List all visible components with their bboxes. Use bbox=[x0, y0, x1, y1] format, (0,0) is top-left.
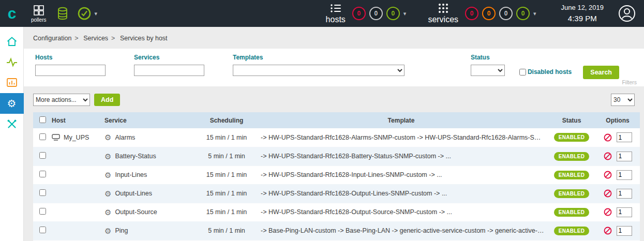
duplicate-count-input[interactable] bbox=[617, 170, 632, 180]
disabled-hosts-checkbox[interactable] bbox=[519, 69, 526, 76]
breadcrumb-item[interactable]: Services bbox=[83, 35, 108, 42]
hosts-filter-input[interactable] bbox=[35, 65, 106, 76]
chevron-down-icon[interactable]: ▾ bbox=[533, 11, 536, 17]
table-header-row: Host Service Scheduling Template Status … bbox=[33, 112, 640, 128]
template-chain: -> HW-UPS-Standard-Rfc1628-Output-Source… bbox=[254, 203, 548, 221]
row-checkbox[interactable] bbox=[39, 133, 46, 140]
table-row: ⚙ Output-Lines 15 min / 1 min -> HW-UPS-… bbox=[33, 184, 640, 203]
sidebar-item-configuration[interactable]: ⚙ bbox=[0, 93, 24, 114]
services-table: Host Service Scheduling Template Status … bbox=[33, 112, 640, 240]
disable-service-icon[interactable] bbox=[604, 133, 612, 142]
status-badge: ENABLED bbox=[554, 227, 589, 235]
services-menu[interactable]: services bbox=[428, 3, 458, 24]
sidebar-item-reporting[interactable] bbox=[0, 72, 24, 93]
row-checkbox[interactable] bbox=[39, 189, 46, 196]
service-gear-icon: ⚙ bbox=[104, 227, 111, 235]
status-badge: ENABLED bbox=[554, 133, 589, 142]
host-name[interactable]: My_UPS bbox=[64, 134, 89, 141]
services-filter-input[interactable] bbox=[134, 65, 204, 76]
search-button[interactable]: Search bbox=[583, 66, 619, 79]
service-name[interactable]: Ping bbox=[115, 227, 128, 234]
database-icon bbox=[56, 7, 69, 20]
page-size-select[interactable]: 30 bbox=[611, 94, 635, 106]
service-name[interactable]: Output-Lines bbox=[115, 190, 152, 197]
user-profile-button[interactable] bbox=[618, 5, 636, 22]
services-filter-label: Services bbox=[134, 54, 204, 61]
row-checkbox[interactable] bbox=[39, 227, 46, 233]
breadcrumb-item[interactable]: Configuration bbox=[33, 35, 71, 42]
heartbeat-icon bbox=[6, 56, 18, 68]
service-status-badge[interactable]: 0 bbox=[482, 7, 496, 20]
disable-service-icon[interactable] bbox=[604, 171, 612, 179]
template-chain: -> HW-UPS-Standard-Rfc1628-Battery-Statu… bbox=[254, 147, 548, 165]
templates-filter-group: Templates bbox=[233, 54, 405, 76]
database-status[interactable] bbox=[56, 7, 69, 20]
row-checkbox[interactable] bbox=[39, 171, 46, 177]
row-checkbox[interactable] bbox=[39, 208, 46, 215]
add-button[interactable]: Add bbox=[94, 94, 120, 106]
sidebar-item-administration[interactable] bbox=[0, 114, 24, 134]
column-header-template: Template bbox=[254, 112, 548, 128]
disable-service-icon[interactable] bbox=[604, 189, 612, 198]
status-badge: ENABLED bbox=[554, 152, 589, 161]
bar-chart-icon bbox=[6, 77, 18, 88]
top-bar: c pollers ▾ bbox=[0, 0, 644, 27]
main-content: Configuration> Services> Services by hos… bbox=[24, 27, 644, 241]
centreon-logo-letter: c bbox=[8, 6, 17, 21]
filters-link[interactable]: Filters bbox=[622, 79, 637, 85]
table-row: ⚙ Battery-Status 5 min / 1 min -> HW-UPS… bbox=[33, 147, 640, 165]
home-icon bbox=[6, 36, 18, 47]
more-actions-select[interactable]: More actions... bbox=[33, 94, 90, 106]
host-status-badge[interactable]: 0 bbox=[386, 7, 400, 20]
status-filter-select[interactable] bbox=[471, 65, 505, 76]
duplicate-count-input[interactable] bbox=[617, 152, 632, 161]
tools-icon bbox=[6, 118, 18, 130]
breadcrumb-item-wrap: Services by host bbox=[120, 35, 174, 42]
service-gear-icon: ⚙ bbox=[104, 153, 111, 160]
disable-service-icon[interactable] bbox=[604, 152, 612, 160]
templates-filter-label: Templates bbox=[233, 54, 405, 61]
template-chain: -> HW-UPS-Standard-Rfc1628-Input-Lines-S… bbox=[254, 165, 548, 184]
service-status-badge[interactable]: 0 bbox=[499, 7, 513, 20]
sidebar-item-monitoring[interactable] bbox=[0, 52, 24, 72]
hosts-menu[interactable]: hosts bbox=[326, 3, 346, 24]
select-all-checkbox[interactable] bbox=[39, 116, 46, 123]
breadcrumb-item-wrap: Configuration> bbox=[33, 35, 82, 42]
breadcrumb-item-wrap: Services> bbox=[83, 35, 118, 42]
service-gear-icon: ⚙ bbox=[104, 190, 111, 198]
disabled-hosts-toggle[interactable]: Disabled hosts bbox=[519, 68, 572, 76]
status-badge: ENABLED bbox=[554, 171, 589, 179]
chevron-down-icon[interactable]: ▾ bbox=[403, 11, 407, 17]
pollers-icon bbox=[33, 5, 45, 16]
service-name[interactable]: Output-Source bbox=[115, 208, 157, 216]
service-gear-icon: ⚙ bbox=[104, 133, 111, 141]
pollers-menu[interactable]: pollers bbox=[31, 5, 46, 23]
breadcrumb-separator: > bbox=[111, 35, 115, 42]
service-name[interactable]: Battery-Status bbox=[115, 153, 156, 160]
duplicate-count-input[interactable] bbox=[617, 132, 632, 142]
service-name[interactable]: Alarms bbox=[115, 134, 135, 141]
poller-status-menu[interactable]: ▾ bbox=[77, 6, 97, 21]
column-header-scheduling: Scheduling bbox=[199, 112, 254, 128]
templates-filter-select[interactable] bbox=[233, 65, 405, 76]
host-status-badge[interactable]: 0 bbox=[369, 7, 383, 20]
scheduling-value: 15 min / 1 min bbox=[199, 128, 254, 147]
centreon-logo[interactable]: c bbox=[0, 6, 24, 21]
chevron-down-icon[interactable]: ▾ bbox=[94, 11, 97, 17]
duplicate-count-input[interactable] bbox=[617, 189, 632, 199]
sidebar-item-home[interactable] bbox=[0, 31, 24, 52]
host-status-badge[interactable]: 0 bbox=[352, 7, 366, 20]
disable-service-icon[interactable] bbox=[604, 208, 612, 216]
breadcrumb-item[interactable]: Services by host bbox=[120, 35, 168, 42]
template-chain: -> Base-Ping-LAN-custom -> Base-Ping-LAN… bbox=[254, 221, 548, 240]
service-status-badge[interactable]: 0 bbox=[516, 7, 530, 20]
duplicate-count-input[interactable] bbox=[617, 226, 632, 236]
service-name[interactable]: Input-Lines bbox=[115, 171, 147, 178]
user-icon bbox=[618, 5, 636, 22]
duplicate-count-input[interactable] bbox=[617, 207, 632, 217]
filter-panel: Hosts Services Templates Status bbox=[24, 49, 644, 86]
status-filter-label: Status bbox=[471, 54, 505, 61]
disable-service-icon[interactable] bbox=[604, 227, 612, 235]
row-checkbox[interactable] bbox=[39, 152, 46, 159]
service-status-badge[interactable]: 0 bbox=[465, 7, 478, 20]
